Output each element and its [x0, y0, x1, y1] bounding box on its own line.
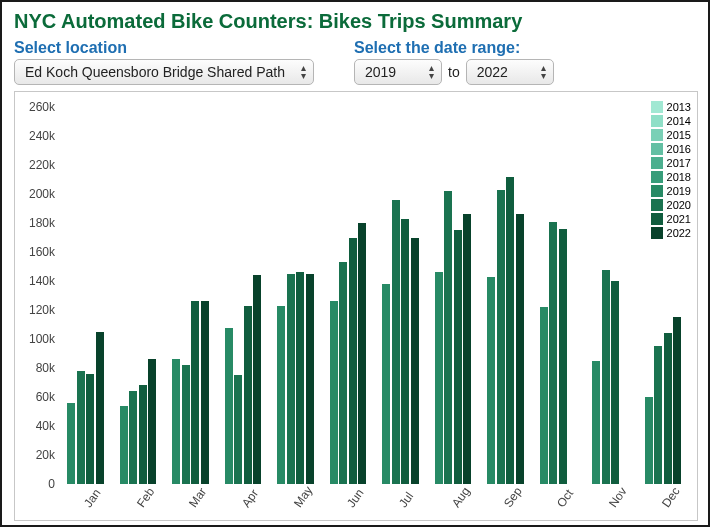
bar: [234, 375, 242, 484]
x-tick: Jan: [81, 486, 104, 510]
legend-label: 2017: [667, 156, 691, 170]
y-tick: 220k: [15, 158, 55, 172]
bar: [592, 361, 600, 484]
bar: [306, 274, 314, 484]
legend-label: 2018: [667, 170, 691, 184]
bar: [516, 214, 524, 484]
y-tick: 40k: [15, 419, 55, 433]
legend-label: 2021: [667, 212, 691, 226]
bar: [654, 346, 662, 484]
x-tick: Mar: [186, 485, 209, 510]
bar: [673, 317, 681, 484]
bar: [296, 272, 304, 484]
bar: [120, 406, 128, 484]
y-tick: 0: [15, 477, 55, 491]
bar: [86, 374, 94, 484]
date-range-group: Select the date range: 2019 ▴▾ to 2022 ▴…: [354, 39, 554, 85]
x-tick: Apr: [239, 487, 261, 510]
bar: [129, 391, 137, 484]
bar: [330, 301, 338, 484]
bar: [645, 397, 653, 484]
bar: [392, 200, 400, 484]
legend-item: 2016: [651, 142, 691, 156]
range-to-label: to: [448, 64, 460, 80]
x-tick: May: [291, 483, 315, 510]
legend-item: 2021: [651, 212, 691, 226]
y-tick: 20k: [15, 448, 55, 462]
x-tick: Nov: [606, 485, 630, 511]
bar: [382, 284, 390, 484]
bar: [77, 371, 85, 484]
legend-label: 2022: [667, 226, 691, 240]
legend-item: 2018: [651, 170, 691, 184]
y-tick: 140k: [15, 274, 55, 288]
legend-item: 2013: [651, 100, 691, 114]
bar: [435, 272, 443, 484]
legend-label: 2014: [667, 114, 691, 128]
legend-swatch: [651, 185, 663, 197]
legend-item: 2017: [651, 156, 691, 170]
bar: [664, 333, 672, 484]
legend-swatch: [651, 129, 663, 141]
bar: [549, 222, 557, 484]
bar: [287, 274, 295, 484]
legend-label: 2019: [667, 184, 691, 198]
legend-item: 2022: [651, 226, 691, 240]
bar: [602, 270, 610, 484]
bar: [401, 219, 409, 484]
legend-swatch: [651, 143, 663, 155]
bar: [411, 238, 419, 484]
bar: [497, 190, 505, 484]
end-year-select[interactable]: 2022: [466, 59, 554, 85]
x-tick: Oct: [554, 487, 576, 510]
y-tick: 80k: [15, 361, 55, 375]
location-label: Select location: [14, 39, 314, 57]
bar: [96, 332, 104, 484]
location-select[interactable]: Ed Koch Queensboro Bridge Shared Path: [14, 59, 314, 85]
bar: [244, 306, 252, 484]
y-tick: 100k: [15, 332, 55, 346]
x-tick: Dec: [659, 485, 683, 511]
legend-label: 2015: [667, 128, 691, 142]
legend-label: 2020: [667, 198, 691, 212]
bar: [67, 403, 75, 484]
y-tick: 260k: [15, 100, 55, 114]
bar: [559, 229, 567, 484]
legend-item: 2019: [651, 184, 691, 198]
bar: [506, 177, 514, 484]
controls-row: Select location Ed Koch Queensboro Bridg…: [14, 39, 696, 85]
bar: [339, 262, 347, 484]
legend-label: 2016: [667, 142, 691, 156]
x-tick: Jun: [344, 486, 367, 510]
bar: [463, 214, 471, 484]
bar: [454, 230, 462, 484]
plot-area: [59, 100, 689, 484]
start-year-select[interactable]: 2019: [354, 59, 442, 85]
legend-swatch: [651, 199, 663, 211]
legend-swatch: [651, 171, 663, 183]
bar: [172, 359, 180, 484]
legend-label: 2013: [667, 100, 691, 114]
x-tick: Feb: [134, 485, 157, 510]
bar: [148, 359, 156, 484]
bar: [358, 223, 366, 484]
y-tick: 180k: [15, 216, 55, 230]
bar: [139, 385, 147, 484]
x-tick: Aug: [449, 485, 473, 511]
bar: [182, 365, 190, 484]
bar: [349, 238, 357, 484]
legend-swatch: [651, 227, 663, 239]
legend-swatch: [651, 101, 663, 113]
bar: [201, 301, 209, 484]
date-range-label: Select the date range:: [354, 39, 554, 57]
bar: [540, 307, 548, 484]
x-tick: Jul: [396, 489, 416, 510]
page-title: NYC Automated Bike Counters: Bikes Trips…: [14, 10, 696, 33]
bar: [611, 281, 619, 484]
legend-swatch: [651, 213, 663, 225]
y-tick: 120k: [15, 303, 55, 317]
chart-container: 020k40k60k80k100k120k140k160k180k200k220…: [14, 91, 698, 521]
bar: [191, 301, 199, 484]
y-tick: 60k: [15, 390, 55, 404]
location-group: Select location Ed Koch Queensboro Bridg…: [14, 39, 314, 85]
